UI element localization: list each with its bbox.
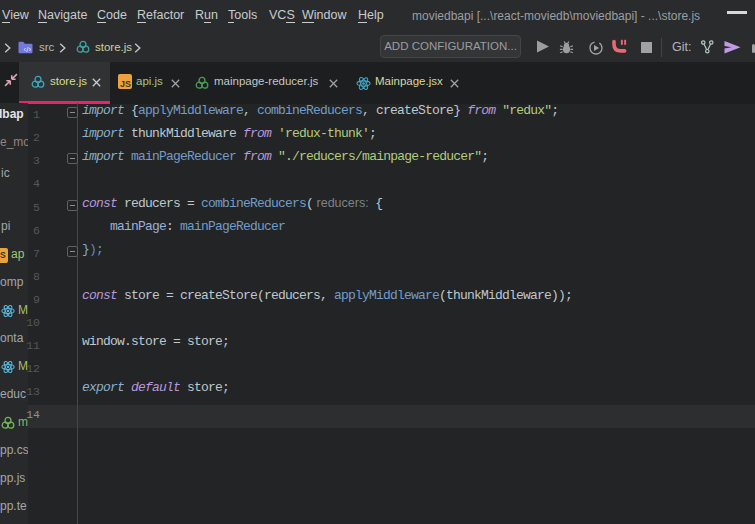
svg-text:‹/›: ‹/› — [24, 45, 32, 54]
